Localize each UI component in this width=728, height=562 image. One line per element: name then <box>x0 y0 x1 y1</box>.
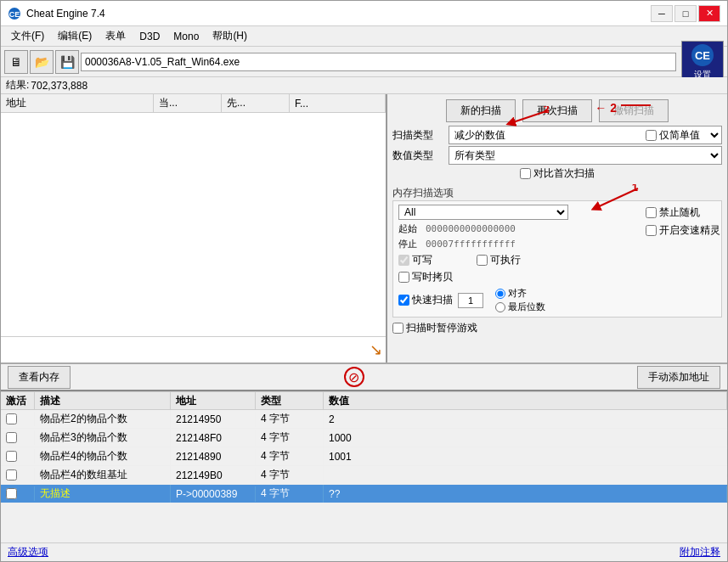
col-header-type: 类型 <box>256 392 324 409</box>
address-list-body <box>1 113 386 336</box>
start-value: 0000000000000000 <box>426 223 516 234</box>
pause-game-label[interactable]: 扫描时暂停游戏 <box>392 321 477 335</box>
table-row[interactable]: 物品栏4的物品个数 21214890 4 字节 1001 <box>1 447 727 466</box>
menu-edit[interactable]: 编辑(E) <box>51 27 99 45</box>
speed-hack-checkbox[interactable] <box>646 225 657 236</box>
menu-file[interactable]: 文件(F) <box>4 27 51 45</box>
status-bar: 结果: 702,373,888 <box>1 77 727 94</box>
left-panel: 地址 当... 先... F... ↘ <box>1 94 387 362</box>
settings-button[interactable]: CE 设置 <box>681 41 724 83</box>
menu-help[interactable]: 帮助(H) <box>206 27 254 45</box>
table-row-selected[interactable]: 无描述 P->00000389 4 字节 ?? <box>1 485 727 503</box>
copy-on-write-checkbox[interactable] <box>398 272 409 283</box>
result-value: 702,373,888 <box>31 80 87 92</box>
cell-type: 4 字节 <box>256 429 324 447</box>
no-random-label[interactable]: 禁止随机 <box>646 205 720 220</box>
fast-scan-input[interactable]: 1 <box>458 293 483 308</box>
executable-label[interactable]: 可执行 <box>477 253 521 267</box>
row-checkbox-1[interactable] <box>6 413 17 424</box>
app-icon: CE <box>8 7 21 20</box>
svg-text:CE: CE <box>9 10 20 19</box>
col-header-desc: 描述 <box>35 392 171 409</box>
cell-desc-selected: 无描述 <box>35 485 171 503</box>
cell-addr: 212148F0 <box>171 430 256 446</box>
split-area: 地址 当... 先... F... ↘ ← 2 新的扫描 <box>1 94 727 362</box>
col-header-val: 数值 <box>324 392 727 409</box>
toolbar: 🖥 📂 💾 000036A8-V1.05_Raft_Win64.exe CE 设… <box>1 47 727 77</box>
cell-type-selected: 4 字节 <box>256 485 324 503</box>
bottom-section: 激活 描述 地址 类型 数值 物品栏2的物品个数 21214950 4 字节 2… <box>1 390 727 542</box>
open-btn[interactable]: 📂 <box>30 50 54 74</box>
align-radio[interactable] <box>495 289 505 299</box>
title-bar-text: Cheat Engine 7.4 <box>26 8 105 20</box>
save-btn[interactable]: 💾 <box>55 50 79 74</box>
screen-btn[interactable]: 🖥 <box>4 50 28 74</box>
last-digit-radio[interactable] <box>495 302 505 312</box>
simple-value-label[interactable]: 仅简单值 <box>646 128 720 143</box>
corner-arrow-icon: ↘ <box>370 340 382 359</box>
add-address-button[interactable]: 手动添加地址 <box>637 366 720 389</box>
fast-scan-checkbox[interactable] <box>398 295 409 306</box>
cell-desc: 物品栏4的物品个数 <box>35 447 171 465</box>
cell-desc: 物品栏4的数组基址 <box>35 466 171 484</box>
cell-type: 4 字节 <box>256 447 324 465</box>
copy-on-write-label[interactable]: 写时拷贝 <box>398 270 453 284</box>
readable-checkbox[interactable] <box>398 255 409 266</box>
svg-text:CE: CE <box>695 49 710 62</box>
start-label: 起始 <box>398 222 422 235</box>
col-header-active: 激活 <box>1 392 35 409</box>
undo-scan-button[interactable]: 撤销扫描 <box>599 99 669 122</box>
footer-bar: 高级选项 附加注释 <box>1 542 727 561</box>
scan-type-label: 扫描类型 <box>392 128 443 143</box>
fast-scan-label[interactable]: 快速扫描 <box>398 293 453 307</box>
process-name: 000036A8-V1.05_Raft_Win64.exe <box>85 56 240 68</box>
arrow-area: ↘ <box>1 336 386 362</box>
cell-active <box>1 449 35 464</box>
cell-type: 4 字节 <box>256 410 324 428</box>
menu-bar: 文件(F) 编辑(E) 表单 D3D Mono 帮助(H) <box>1 26 727 47</box>
col-header-addr: 地址 <box>171 392 256 409</box>
menu-table[interactable]: 表单 <box>99 27 133 45</box>
title-bar-controls: ─ □ ✕ <box>651 5 720 22</box>
no-random-checkbox[interactable] <box>646 207 657 218</box>
executable-checkbox[interactable] <box>477 255 488 266</box>
table-row[interactable]: 物品栏4的数组基址 212149B0 4 字节 <box>1 466 727 485</box>
minimize-button[interactable]: ─ <box>651 5 673 22</box>
row-checkbox-selected[interactable] <box>6 488 17 499</box>
radio-group: 对齐 最后位数 <box>495 287 545 313</box>
addr-col-previous: 先... <box>222 94 290 112</box>
table-header: 激活 描述 地址 类型 数值 <box>1 391 727 410</box>
speed-hack-label[interactable]: 开启变速精灵 <box>646 223 720 238</box>
new-scan-button[interactable]: 新的扫描 <box>446 99 516 122</box>
mem-scan-select[interactable]: All <box>398 205 568 220</box>
readable-label[interactable]: 可写 <box>398 253 432 267</box>
action-bar: 查看内存 ⊘ 手动添加地址 <box>1 362 727 390</box>
cell-val-selected: ?? <box>324 486 727 502</box>
simple-value-checkbox[interactable] <box>646 130 657 141</box>
cell-desc: 物品栏2的物品个数 <box>35 410 171 428</box>
stop-value: 00007fffffffffff <box>426 239 516 250</box>
advanced-options-link[interactable]: 高级选项 <box>8 545 48 559</box>
cell-active-selected <box>1 486 35 501</box>
pause-game-checkbox[interactable] <box>392 323 404 334</box>
table-row[interactable]: 物品栏3的物品个数 212148F0 4 字节 1000 <box>1 429 727 447</box>
compare-first-label[interactable]: 对比首次扫描 <box>520 166 595 181</box>
row-checkbox-4[interactable] <box>6 469 17 481</box>
compare-first-checkbox[interactable] <box>520 168 531 179</box>
view-memory-button[interactable]: 查看内存 <box>8 366 71 389</box>
close-button[interactable]: ✕ <box>698 5 720 22</box>
menu-d3d[interactable]: D3D <box>133 29 166 44</box>
table-body: 物品栏2的物品个数 21214950 4 字节 2 物品栏3的物品个数 2121… <box>1 410 727 542</box>
table-row[interactable]: 物品栏2的物品个数 21214950 4 字节 2 <box>1 410 727 429</box>
cell-addr: 21214950 <box>171 412 256 427</box>
align-radio-label[interactable]: 对齐 <box>495 287 545 300</box>
restore-button[interactable]: □ <box>674 5 697 22</box>
cell-addr: 21214890 <box>171 449 256 464</box>
menu-mono[interactable]: Mono <box>166 29 206 44</box>
row-checkbox-2[interactable] <box>6 432 17 443</box>
row-checkbox-3[interactable] <box>6 451 17 462</box>
re-scan-button[interactable]: 再次扫描 <box>522 99 592 122</box>
last-digit-radio-label[interactable]: 最后位数 <box>495 301 545 313</box>
add-note-link[interactable]: 附加注释 <box>680 545 720 559</box>
cell-type: 4 字节 <box>256 466 324 484</box>
